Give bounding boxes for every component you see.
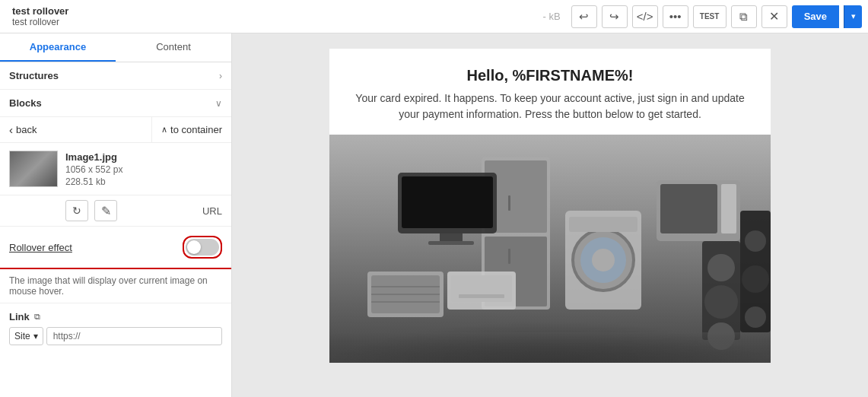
save-button[interactable]: Save — [792, 5, 839, 28]
svg-rect-7 — [440, 233, 463, 241]
image-actions: ↻ ✎ URL — [0, 195, 231, 227]
email-card: Hello, %FIRSTNAME%! Your card expired. I… — [329, 49, 771, 363]
url-button[interactable]: URL — [202, 205, 222, 217]
rollover-toggle[interactable] — [186, 239, 219, 256]
to-container-label: to container — [170, 124, 222, 135]
back-arrow-icon: ‹ — [9, 123, 13, 136]
toolbar-kb: - kB — [543, 11, 561, 22]
save-dropdown-button[interactable]: ▾ — [844, 5, 862, 28]
svg-rect-8 — [428, 241, 474, 245]
svg-rect-32 — [459, 294, 504, 298]
image-info: Image1.jpg 1056 x 552 px 228.51 kb — [65, 151, 122, 187]
test-button[interactable]: TEST — [693, 5, 727, 28]
link-section: Link ⧉ Site ▾ — [0, 303, 231, 353]
appliance-svg — [329, 135, 771, 363]
structures-arrow-icon: › — [219, 71, 222, 81]
link-label: Link — [9, 311, 30, 322]
link-url-input[interactable] — [46, 327, 222, 345]
toolbar-subtitle: test rollover — [12, 17, 539, 27]
edit-image-button[interactable]: ✎ — [94, 200, 117, 221]
close-button[interactable]: ✕ — [761, 5, 787, 28]
image-thumbnail — [9, 151, 58, 187]
svg-rect-16 — [721, 184, 736, 233]
link-type-arrow-icon: ▾ — [33, 331, 38, 341]
email-heading: Hello, %FIRSTNAME%! — [329, 49, 771, 91]
back-label: back — [16, 124, 37, 135]
svg-rect-15 — [660, 184, 717, 233]
top-toolbar: test rollover test rollover - kB ↩ ↪ </>… — [0, 0, 868, 33]
image-thumb-inner — [10, 151, 57, 186]
content-area: Hello, %FIRSTNAME%! Your card expired. I… — [232, 33, 868, 397]
blocks-section[interactable]: Blocks ∨ — [0, 90, 231, 117]
to-container-arrow-icon: ∧ — [161, 125, 167, 135]
more-button[interactable]: ••• — [663, 5, 688, 28]
toggle-knob — [187, 240, 201, 254]
blocks-arrow-icon: ∨ — [215, 98, 222, 109]
test-icon: TEST — [700, 12, 720, 21]
svg-point-22 — [745, 230, 766, 252]
link-type-value: Site — [14, 331, 30, 341]
title-group: test rollover test rollover — [6, 5, 539, 27]
image-dimensions: 1056 x 552 px — [65, 164, 122, 175]
email-image-placeholder[interactable] — [329, 135, 771, 363]
svg-rect-33 — [329, 332, 771, 363]
svg-rect-4 — [508, 249, 510, 264]
link-type-dropdown[interactable]: Site ▾ — [9, 327, 43, 345]
svg-point-23 — [742, 265, 769, 293]
blocks-label: Blocks — [9, 97, 42, 109]
svg-rect-13 — [569, 217, 637, 232]
image-name: Image1.jpg — [65, 151, 122, 163]
email-body-text: Your card expired. It happens. To keep y… — [329, 91, 771, 135]
rollover-label[interactable]: Rollover effect — [9, 242, 72, 253]
svg-point-12 — [592, 249, 615, 272]
tab-content[interactable]: Content — [116, 33, 231, 62]
svg-point-24 — [745, 306, 766, 328]
back-button[interactable]: ‹ back — [0, 117, 152, 142]
image-size: 228.51 kb — [65, 176, 122, 187]
copy-button[interactable]: ⧉ — [731, 5, 757, 28]
structures-section[interactable]: Structures › — [0, 62, 231, 90]
structures-label: Structures — [9, 70, 59, 81]
image-block: Image1.jpg 1056 x 552 px 228.51 kb — [0, 143, 231, 195]
nav-row: ‹ back ∧ to container — [0, 117, 231, 143]
main-layout: Appearance Content Structures › Blocks ∨… — [0, 33, 868, 397]
tabs-row: Appearance Content — [0, 33, 231, 62]
link-label-row: Link ⧉ — [9, 311, 222, 322]
tab-appearance[interactable]: Appearance — [0, 33, 116, 62]
toolbar-title: test rollover — [12, 5, 539, 17]
redo-button[interactable]: ↪ — [602, 5, 628, 28]
svg-point-19 — [704, 285, 738, 319]
to-container-button[interactable]: ∧ to container — [152, 118, 231, 141]
svg-rect-6 — [402, 176, 493, 228]
rollover-row: Rollover effect — [0, 227, 231, 269]
undo-button[interactable]: ↩ — [571, 5, 597, 28]
rollover-toggle-wrapper — [183, 236, 222, 259]
replace-image-button[interactable]: ↻ — [65, 200, 88, 221]
link-external-icon: ⧉ — [34, 312, 40, 322]
link-inputs: Site ▾ — [9, 327, 222, 345]
left-panel: Appearance Content Structures › Blocks ∨… — [0, 33, 232, 397]
svg-rect-3 — [508, 195, 510, 211]
svg-point-18 — [707, 254, 735, 281]
code-button[interactable]: </> — [632, 5, 658, 28]
rollover-description: The image that will display over current… — [0, 269, 231, 303]
